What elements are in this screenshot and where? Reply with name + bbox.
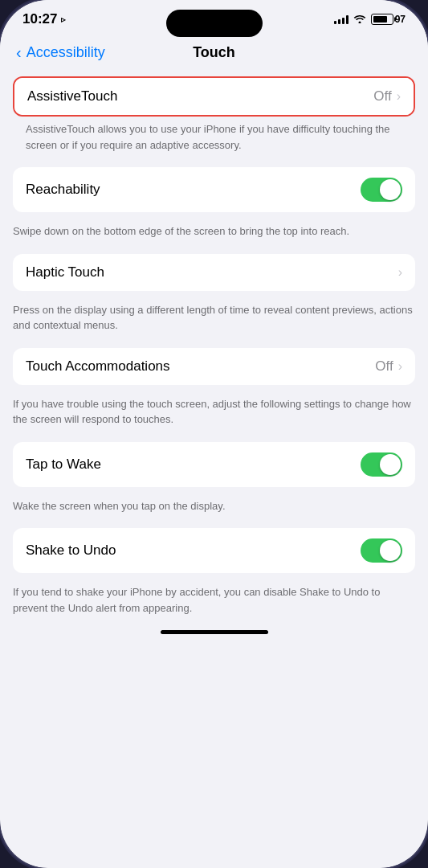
assistive-touch-section: AssistiveTouch Off › AssistiveTouch allo… [13,76,415,161]
status-right-icons: 97 [334,14,406,26]
assistive-touch-label: AssistiveTouch [27,88,117,104]
reachability-row[interactable]: Reachability [13,167,415,212]
touch-accommodations-description: If you have trouble using the touch scre… [0,391,428,436]
location-icon: ▹ [61,14,66,25]
reachability-toggle-thumb [380,179,401,200]
signal-bar-2 [338,19,340,24]
touch-accommodations-group: Touch Accommodations Off › [13,348,415,385]
status-time: 10:27 ▹ [22,11,66,27]
back-label: Accessibility [26,44,105,61]
assistive-touch-inner: AssistiveTouch Off › [14,78,414,115]
touch-accommodations-value: Off [375,358,393,375]
scroll-content[interactable]: AssistiveTouch Off › AssistiveTouch allo… [0,70,428,841]
tap-to-wake-group: Tap to Wake [13,442,415,487]
reachability-group: Reachability [13,167,415,212]
wifi-icon [353,14,366,26]
back-button[interactable]: ‹ Accessibility [16,43,105,62]
haptic-touch-chevron: › [398,265,402,280]
touch-accommodations-label: Touch Accommodations [26,358,170,375]
shake-to-undo-description: If you tend to shake your iPhone by acci… [0,579,428,624]
touch-accommodations-right: Off › [375,358,402,375]
phone-screen: 10:27 ▹ [0,0,428,868]
assistive-touch-value: Off [373,88,391,104]
shake-to-undo-row[interactable]: Shake to Undo [13,528,415,573]
phone-frame: 10:27 ▹ [0,0,428,868]
signal-bar-1 [334,21,336,24]
assistive-touch-highlight: AssistiveTouch Off › [13,76,415,117]
tap-to-wake-row[interactable]: Tap to Wake [13,442,415,487]
signal-icon [334,14,349,24]
haptic-touch-section: Haptic Touch › Press on the display usin… [0,254,428,342]
tap-to-wake-toggle-thumb [380,454,401,475]
time-display: 10:27 [22,11,57,27]
shake-to-undo-toggle[interactable] [361,538,402,563]
reachability-toggle[interactable] [361,178,402,202]
shake-to-undo-section: Shake to Undo If you tend to shake your … [0,528,428,624]
assistive-touch-row[interactable]: AssistiveTouch Off › [14,78,414,115]
page-title: Touch [193,44,235,61]
shake-to-undo-group: Shake to Undo [13,528,415,573]
reachability-section: Reachability Swipe down on the bottom ed… [0,167,428,248]
haptic-touch-right: › [398,265,402,280]
assistive-touch-right: Off › [373,88,401,104]
signal-bar-3 [342,18,344,24]
assistive-touch-description: AssistiveTouch allows you to use your iP… [13,117,415,161]
tap-to-wake-label: Tap to Wake [26,457,101,473]
back-chevron-icon: ‹ [16,43,22,62]
battery-icon: 97 [371,14,406,25]
touch-accommodations-section: Touch Accommodations Off › If you have t… [0,348,428,436]
shake-to-undo-label: Shake to Undo [26,542,116,559]
reachability-description: Swipe down on the bottom edge of the scr… [0,219,428,248]
reachability-label: Reachability [26,182,100,198]
touch-accommodations-chevron: › [398,359,402,374]
haptic-touch-group: Haptic Touch › [13,254,415,291]
assistive-touch-chevron: › [397,89,401,104]
haptic-touch-description: Press on the display using a different l… [0,297,428,342]
touch-accommodations-row[interactable]: Touch Accommodations Off › [13,348,415,385]
home-indicator [161,630,268,634]
tap-to-wake-section: Tap to Wake Wake the screen when you tap… [0,442,428,522]
nav-header: ‹ Accessibility Touch [0,34,428,70]
haptic-touch-label: Haptic Touch [26,264,104,280]
signal-bar-4 [346,15,349,24]
haptic-touch-row[interactable]: Haptic Touch › [13,254,415,291]
tap-to-wake-toggle[interactable] [361,452,402,477]
dynamic-island [166,10,263,37]
shake-to-undo-toggle-thumb [380,540,401,561]
battery-percent: 97 [395,14,406,25]
tap-to-wake-description: Wake the screen when you tap on the disp… [0,493,428,522]
